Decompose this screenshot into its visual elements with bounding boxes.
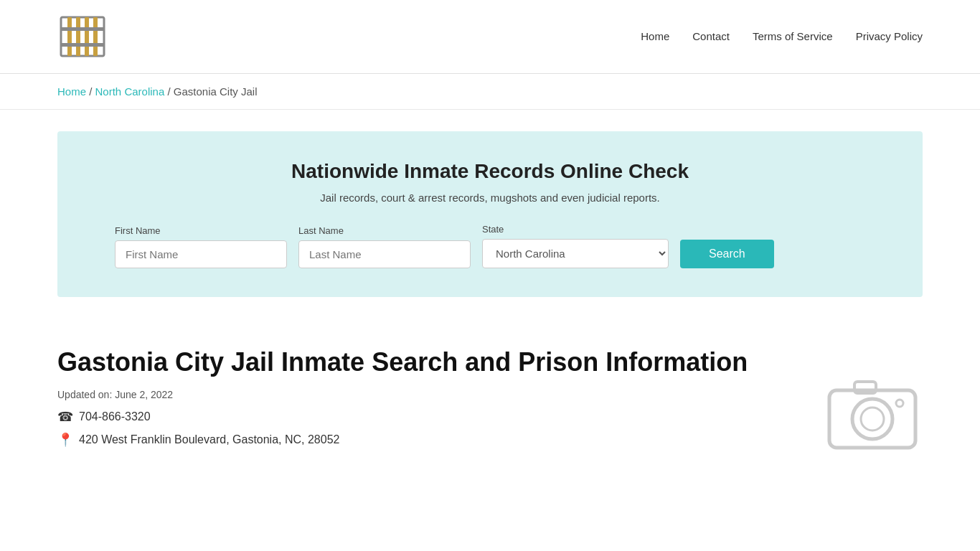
address-text: 420 West Franklin Boulevard, Gastonia, N… xyxy=(79,433,339,446)
breadcrumb-state[interactable]: North Carolina xyxy=(95,85,165,98)
breadcrumb-current: Gastonia City Jail xyxy=(174,85,258,98)
svg-rect-2 xyxy=(76,17,80,56)
breadcrumb: Home / North Carolina / Gastonia City Ja… xyxy=(0,74,980,110)
last-name-label: Last Name xyxy=(298,225,471,236)
first-name-group: First Name xyxy=(115,225,287,268)
svg-rect-5 xyxy=(61,27,104,31)
state-group: State North Carolina Alabama Alaska Ariz… xyxy=(482,224,669,268)
camera-icon xyxy=(822,369,923,455)
svg-rect-3 xyxy=(85,17,89,56)
svg-rect-1 xyxy=(67,17,72,56)
breadcrumb-home[interactable]: Home xyxy=(57,85,86,98)
main-nav: Home Contact Terms of Service Privacy Po… xyxy=(641,30,923,43)
search-banner-title: Nationwide Inmate Records Online Check xyxy=(115,160,865,183)
phone-number: 704-866-3320 xyxy=(79,410,151,423)
address-line: 📍 420 West Franklin Boulevard, Gastonia,… xyxy=(57,432,923,448)
svg-point-9 xyxy=(861,408,884,430)
state-label: State xyxy=(482,224,669,235)
search-banner: Nationwide Inmate Records Online Check J… xyxy=(57,131,923,297)
nav-terms-of-service[interactable]: Terms of Service xyxy=(753,30,833,42)
breadcrumb-separator-1: / xyxy=(89,85,95,98)
nav-contact[interactable]: Contact xyxy=(692,30,730,42)
search-button[interactable]: Search xyxy=(680,240,774,268)
phone-icon: ☎ xyxy=(57,409,73,425)
breadcrumb-separator-2: / xyxy=(167,85,173,98)
site-header: Home Contact Terms of Service Privacy Po… xyxy=(0,0,980,74)
search-banner-subtitle: Jail records, court & arrest records, mu… xyxy=(115,192,865,204)
svg-rect-6 xyxy=(61,43,104,47)
search-form: First Name Last Name State North Carolin… xyxy=(115,224,865,268)
page-title: Gastonia City Jail Inmate Search and Pri… xyxy=(57,347,923,377)
main-content: Gastonia City Jail Inmate Search and Pri… xyxy=(0,319,980,484)
first-name-input[interactable] xyxy=(115,240,287,268)
svg-point-11 xyxy=(896,400,903,407)
first-name-label: First Name xyxy=(115,225,287,236)
logo-icon xyxy=(57,11,108,62)
nav-home[interactable]: Home xyxy=(641,30,669,42)
logo[interactable] xyxy=(57,11,108,62)
updated-date: Updated on: June 2, 2022 xyxy=(57,389,923,400)
nav-privacy-policy[interactable]: Privacy Policy xyxy=(856,30,923,42)
last-name-group: Last Name xyxy=(298,225,471,268)
location-icon: 📍 xyxy=(57,432,73,448)
phone-line: ☎ 704-866-3320 xyxy=(57,409,923,425)
svg-rect-4 xyxy=(93,17,98,56)
svg-point-8 xyxy=(852,399,892,439)
state-select[interactable]: North Carolina Alabama Alaska Arizona Ar… xyxy=(482,239,669,268)
image-placeholder xyxy=(822,369,923,455)
last-name-input[interactable] xyxy=(298,240,471,268)
